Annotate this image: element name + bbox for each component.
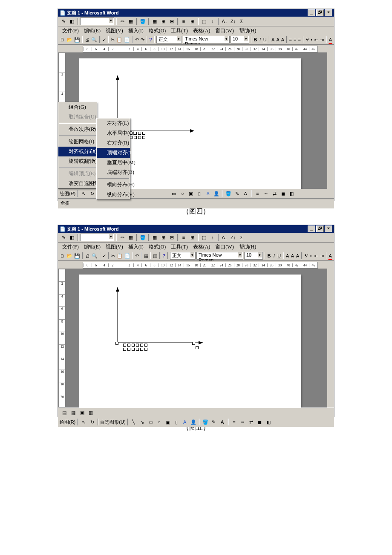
font-combo[interactable]: Times New Roman [183,36,230,43]
indent-icon[interactable]: ⇥ [320,36,324,43]
font-grow-icon[interactable]: A [281,36,285,43]
dash-style-icon[interactable]: ┅ [262,190,270,197]
minimize-button[interactable]: _ [308,9,315,16]
menu-change-shape[interactable]: 改变自选图形(C) [58,179,97,188]
view-normal-icon[interactable]: ▤ [61,409,68,416]
fill-icon[interactable]: 🪣 [139,17,147,25]
document-area-2[interactable] [66,269,327,408]
submenu-align-bottom[interactable]: 底端对齐(B) [97,168,130,177]
menu-file[interactable]: 文件(F) [61,26,81,35]
menu-view[interactable]: 视图(V) [104,26,125,35]
clipart-icon-2[interactable]: 👤 [190,418,197,426]
sum-icon[interactable]: Σ [238,17,245,25]
vertical-scrollbar[interactable] [327,52,334,189]
view-outline-icon[interactable]: ▥ [87,409,95,416]
shadow-icon-2[interactable]: ◼ [256,418,264,426]
columns-icon[interactable]: ▥ [153,252,158,260]
vertical-scrollbar-2[interactable] [327,269,334,408]
open-icon[interactable]: 📂 [66,36,73,43]
line-style-icon-2[interactable]: ≡ [231,418,238,426]
vtext-icon[interactable]: ▯ [196,190,203,197]
table-icon[interactable]: ▦ [151,17,159,25]
bullets-icon-2[interactable]: • [309,252,313,260]
redo-icon[interactable]: ↷ [140,36,145,43]
new-icon[interactable]: 🗋 [60,36,65,43]
sort-asc-icon-2[interactable]: A↓ [221,234,228,241]
cut-icon[interactable]: ✂ [110,36,115,43]
3d-icon[interactable]: ◧ [288,190,295,197]
menu-table-2[interactable]: 表格(A) [191,243,212,251]
underline-icon[interactable]: U [263,36,267,43]
size-combo[interactable]: 10 [231,36,249,43]
rect-icon[interactable]: ▭ [170,190,178,197]
font-color-icon-3[interactable]: A [219,418,226,426]
italic-icon[interactable]: I [258,36,262,43]
fill-color-icon-2b[interactable]: 🪣 [202,418,209,426]
wordart-icon[interactable]: A [204,190,212,197]
pen-icon[interactable]: ✎ [60,17,67,25]
sort-desc-icon-2[interactable]: Z↓ [229,234,237,241]
line-color-icon[interactable]: ✎ [233,190,241,197]
outdent-icon[interactable]: ⇤ [314,36,319,43]
save-icon[interactable]: 💾 [74,36,81,43]
align-center-icon[interactable]: ≡ [293,36,297,43]
undo-icon[interactable]: ↶ [135,36,139,43]
line-icon[interactable]: ╲ [130,418,138,426]
sort-asc-icon[interactable]: A↓ [221,17,228,25]
pencil-icon-2[interactable]: ✏ [118,234,126,241]
fill-icon-2[interactable]: 🪣 [139,234,147,241]
line-style-icon[interactable]: ≡ [254,190,261,197]
restore-button-2[interactable]: 🗗 [316,225,324,232]
close-button-2[interactable]: × [325,225,332,232]
numbering-icon[interactable]: ⅟ [305,36,308,43]
menu-help-2[interactable]: 帮助(H) [237,243,258,251]
submenu-align-center-v[interactable]: 垂直居中(M) [97,158,130,168]
table-insert-icon[interactable]: ▦ [144,252,149,260]
charfit-icon[interactable]: A [276,36,280,43]
oval-icon-2[interactable]: ○ [156,418,163,426]
indent-icon-2[interactable]: ⇥ [320,252,324,260]
menu-help[interactable]: 帮助(H) [237,26,258,35]
italic-icon-2[interactable]: I [272,252,276,260]
font-color-icon[interactable]: A [329,36,332,44]
menu-order[interactable]: 叠放次序(R) [58,124,97,134]
eraser-icon-2[interactable]: ◧ [68,234,76,241]
align-right-icon[interactable]: ≡ [297,36,301,43]
print-icon[interactable]: 🖨 [84,36,90,43]
charbox-icon[interactable]: A [271,36,275,43]
submenu-align-top[interactable]: 顶端对齐(T) [97,148,130,158]
size-combo-2[interactable]: 10 [244,252,263,260]
textbox-icon[interactable]: ▣ [187,190,195,197]
split-icon-2[interactable]: ⊟ [168,234,176,241]
copy-icon-2[interactable]: 📋 [116,252,123,260]
font-combo-2[interactable]: Times New Roman [196,252,243,260]
3d-icon-2[interactable]: ◧ [265,418,272,426]
draw-menu-button[interactable]: 绘图(R) [60,191,75,197]
menu-tools-2[interactable]: 工具(T) [169,243,189,251]
menu-rotate[interactable]: 旋转或翻转(P) [58,156,97,166]
charfit-icon-2[interactable]: A [291,252,295,260]
select-icon[interactable]: ↖ [80,190,87,197]
menu-group[interactable]: 组合(G) [58,102,97,112]
save-icon-2[interactable]: 💾 [74,252,81,260]
vtext-icon-2[interactable]: ▯ [173,418,180,426]
restore-button[interactable]: 🗗 [316,9,324,16]
style-combo-2[interactable]: 正文 [170,252,196,260]
select-icon-2[interactable]: ↖ [80,418,87,426]
open-icon-2[interactable]: 📂 [66,252,73,260]
menu-format[interactable]: 格式(O) [147,26,168,35]
close-button[interactable]: × [325,9,332,16]
direction-icon[interactable]: ↕ [209,17,216,25]
font-color-icon-2b[interactable]: A [328,252,332,260]
merge-icon-2[interactable]: ⊞ [159,234,167,241]
menu-edit[interactable]: 编辑(E) [82,26,102,35]
style-dropdown[interactable] [80,17,114,25]
menu-align-distribute[interactable]: 对齐或分布(A) [58,147,97,156]
bold-icon[interactable]: B [253,36,257,43]
split-icon[interactable]: ⊟ [168,17,176,25]
dash-style-icon-2[interactable]: ┅ [239,418,247,426]
border-icon-2[interactable]: ▦ [127,234,135,241]
menu-insert[interactable]: 插入(I) [127,26,145,35]
line-color-icon-2[interactable]: ✎ [210,418,218,426]
pencil-icon[interactable]: ✏ [118,17,126,25]
